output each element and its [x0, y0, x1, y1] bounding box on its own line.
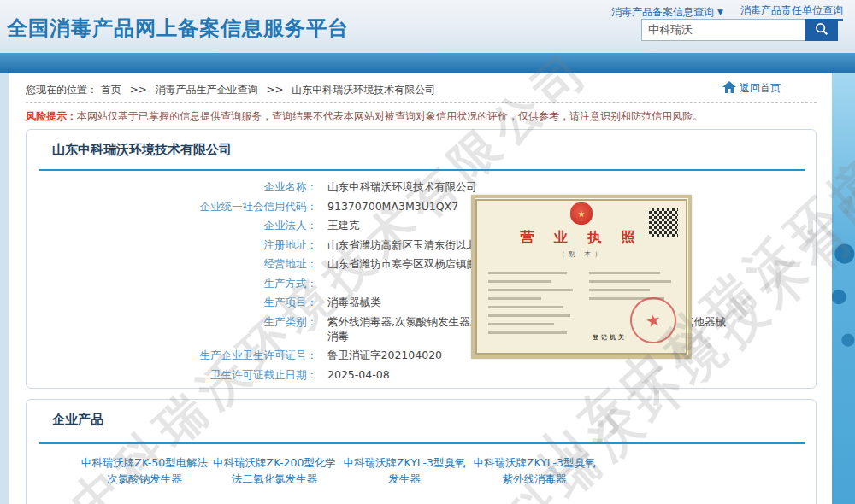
nav-responsible-unit-query-label: 消毒产品责任单位查询: [740, 3, 843, 18]
qr-code: [649, 208, 678, 237]
section-divider: [39, 442, 805, 444]
nav-record-info-query-label: 消毒产品备案信息查询: [611, 5, 714, 20]
risk-notice: 风险提示：本网站仅基于已掌握的信息提供查询服务，查询结果不代表本网站对被查询对象…: [26, 109, 703, 124]
breadcrumb-prefix: 您现在的位置：: [26, 84, 97, 96]
field-label: 注册地址：: [27, 237, 317, 252]
search-bar: [641, 19, 838, 41]
product-link[interactable]: 中科瑞沃牌ZKYL-3型臭氧紫外线消毒器: [469, 454, 599, 488]
field-label: 生产企业卫生许可证号：: [27, 348, 317, 362]
company-title: 山东中科瑞沃环境技术有限公司: [52, 142, 232, 158]
breadcrumb-current-page: 山东中科瑞沃环境技术有限公司: [292, 84, 435, 96]
search-button[interactable]: [805, 19, 838, 41]
field-value: 山东中科瑞沃环境技术有限公司: [327, 179, 734, 194]
field-label: 企业统一社会信用代码：: [27, 199, 317, 214]
product-link[interactable]: 中科瑞沃牌ZK-50型电解法次氯酸钠发生器: [80, 454, 209, 488]
breadcrumb: 您现在的位置： 首页 >> 消毒产品生产企业查询 >> 山东中科瑞沃环境技术有限…: [26, 83, 435, 97]
top-navigation: 消毒产品备案信息查询 ▼ 消毒产品责任单位查询: [611, 3, 843, 21]
field-value: 2025-04-08: [327, 367, 734, 382]
header-blue-bar: [0, 53, 855, 73]
product-list: 中科瑞沃牌ZK-50型电解法次氯酸钠发生器中科瑞沃牌ZK-200型化学法二氧化氯…: [80, 454, 599, 488]
risk-notice-label: 风险提示：: [26, 110, 77, 122]
chevron-down-icon: ▼: [717, 8, 723, 16]
field-label: 生产项目：: [27, 295, 317, 309]
nav-record-info-query[interactable]: 消毒产品备案信息查询 ▼: [611, 3, 723, 21]
site-header: 全国消毒产品网上备案信息服务平台 消毒产品备案信息查询 ▼ 消毒产品责任单位查询: [0, 0, 855, 53]
back-home-link[interactable]: 返回首页: [722, 81, 781, 96]
field-label: 生产类别：: [27, 314, 317, 343]
field-label: 经营地址：: [27, 256, 317, 271]
nav-responsible-unit-query[interactable]: 消毒产品责任单位查询: [740, 3, 843, 21]
field-label: 企业名称：: [27, 179, 317, 194]
field-label: 企业法人：: [27, 218, 317, 232]
field-label: 卫生许可证截止日期：: [27, 367, 317, 382]
breadcrumb-separator: >>: [130, 84, 147, 96]
back-home-label: 返回首页: [740, 81, 781, 96]
breadcrumb-home-link[interactable]: 首页: [101, 84, 121, 96]
home-icon: [722, 81, 736, 96]
license-issuer-label: 登记机关: [593, 333, 627, 342]
license-subtitle: （副 本）: [475, 249, 688, 259]
search-icon: [814, 21, 829, 39]
company-info-box: 山东中科瑞沃环境技术有限公司 企业名称：山东中科瑞沃环境技术有限公司企业统一社会…: [26, 129, 817, 389]
company-field-row: 卫生许可证截止日期：2025-04-08: [27, 367, 779, 382]
risk-notice-text: 本网站仅基于已掌握的信息提供查询服务，查询结果不代表本网站对被查询对象信用状况的…: [77, 110, 703, 122]
dashed-divider: [26, 102, 817, 103]
product-link[interactable]: 中科瑞沃牌ZKYL-3型臭氧发生器: [339, 454, 469, 488]
business-license-image[interactable]: ★ 营 业 执 照 （副 本） 登记机关 ★: [471, 195, 692, 359]
field-label: 生产方式：: [27, 276, 317, 290]
page: 全国消毒产品网上备案信息服务平台 消毒产品备案信息查询 ▼ 消毒产品责任单位查询: [0, 0, 855, 504]
breadcrumb-separator: >>: [266, 84, 283, 96]
product-link[interactable]: 中科瑞沃牌ZK-200型化学法二氧化氯发生器: [209, 454, 339, 488]
main-panel: 您现在的位置： 首页 >> 消毒产品生产企业查询 >> 山东中科瑞沃环境技术有限…: [9, 73, 832, 504]
breadcrumb-enterprise-query-link[interactable]: 消毒产品生产企业查询: [156, 84, 258, 96]
national-emblem-icon: ★: [570, 202, 593, 225]
right-decor-band: [832, 73, 855, 504]
search-input[interactable]: [641, 19, 805, 41]
license-text-lines-left: [488, 272, 577, 340]
company-field-row: 企业名称：山东中科瑞沃环境技术有限公司: [27, 179, 779, 194]
products-box: 企业产品 中科瑞沃牌ZK-50型电解法次氯酸钠发生器中科瑞沃牌ZK-200型化学…: [26, 399, 817, 504]
site-title: 全国消毒产品网上备案信息服务平台: [7, 15, 349, 42]
products-section-title: 企业产品: [52, 412, 103, 428]
section-divider: [39, 169, 805, 171]
